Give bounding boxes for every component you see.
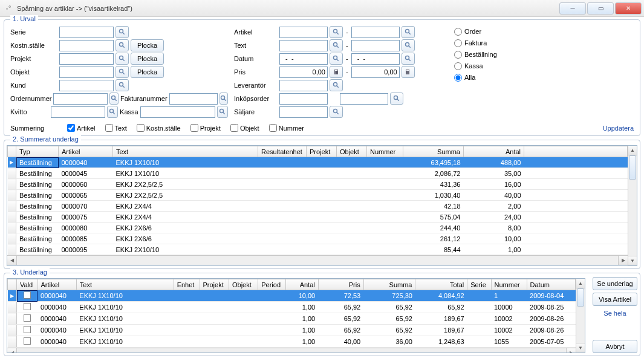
vald-checkbox[interactable] [17, 302, 38, 313]
se-underlag-button[interactable]: Se underlag [593, 277, 637, 290]
kostn-stalle-lookup-button[interactable] [115, 39, 129, 51]
pris-to-input[interactable] [351, 67, 400, 78]
vald-checkbox[interactable] [17, 336, 38, 348]
col-text[interactable]: Text [76, 279, 174, 290]
col-objekt[interactable]: Objekt [229, 279, 258, 290]
col-typ[interactable]: Typ [16, 146, 59, 157]
artikel-from-input[interactable] [279, 27, 328, 38]
pris-from-input[interactable] [279, 67, 328, 78]
scroll-up-icon[interactable]: ▲ [576, 279, 585, 288]
col-summa[interactable]: Summa [363, 279, 415, 290]
col-pris[interactable]: Pris [318, 279, 363, 290]
scroll-left-icon[interactable]: ◀ [7, 256, 17, 265]
v-scrollbar[interactable]: ▲ ▼ [628, 145, 637, 266]
scroll-right-icon[interactable]: ▶ [566, 348, 576, 353]
ordernummer-input[interactable] [53, 93, 108, 105]
underlag-table[interactable]: Vald Artikel Text Enhet Projekt Objekt P… [7, 279, 576, 348]
table-row[interactable]: ▶ Beställning 0000040 EKKJ 1X10/10 63,49… [8, 157, 628, 168]
table-row[interactable]: ▶ 0000040 EKKJ 1X10/10 10,00 72,53 725,3… [8, 290, 576, 302]
scroll-left-icon[interactable]: ◀ [7, 348, 17, 353]
close-button[interactable]: ✕ [615, 2, 642, 15]
col-text[interactable]: Text [113, 146, 258, 157]
leverantor-lookup-button[interactable] [330, 79, 343, 91]
summering-nummer-checkbox[interactable]: Nummer [269, 124, 304, 132]
saljare-input[interactable] [279, 106, 328, 118]
col-serie[interactable]: Serie [467, 279, 491, 290]
col-enhet[interactable]: Enhet [174, 279, 200, 290]
text-to-input[interactable] [351, 40, 400, 51]
col-summa[interactable]: Summa [403, 146, 464, 157]
artikel-to-lookup-button[interactable] [402, 26, 415, 38]
projekt-lookup-button[interactable] [115, 53, 129, 65]
col-artikel[interactable]: Artikel [37, 279, 76, 290]
vald-checkbox[interactable] [17, 290, 38, 302]
radio-order[interactable]: Order [454, 26, 634, 37]
radio-faktura[interactable]: Faktura [454, 37, 634, 48]
kund-lookup-button[interactable] [115, 79, 129, 91]
table-row[interactable]: 0000040 EKKJ 1X10/10 1,00 40,00 36,00 1,… [8, 336, 576, 348]
summering-kostn-stalle-checkbox[interactable]: Kostn.ställe [137, 124, 181, 132]
text-from-lookup-button[interactable] [330, 39, 343, 51]
kostn-stalle-plocka-button[interactable]: Plocka [131, 39, 164, 51]
table-row[interactable]: Beställning 0000060 EKKJ 2X2,5/2,5 431,3… [8, 179, 628, 190]
col-projekt[interactable]: Projekt [200, 279, 229, 290]
kvitto-lookup-button[interactable] [107, 106, 118, 118]
summering-projekt-checkbox[interactable]: Projekt [190, 124, 221, 132]
kostn-stalle-input[interactable] [59, 40, 114, 51]
inkopsorder-input-2[interactable] [340, 93, 388, 105]
col-nummer[interactable]: Nummer [491, 279, 527, 290]
datum-from-input[interactable] [279, 53, 328, 65]
serie-input[interactable] [59, 27, 114, 38]
projekt-plocka-button[interactable]: Plocka [131, 53, 164, 65]
leverantor-input[interactable] [279, 80, 328, 91]
col-resultatenhet[interactable]: Resultatenhet [258, 146, 307, 157]
vald-checkbox[interactable] [17, 325, 38, 336]
visa-artikel-button[interactable]: Visa Artikel [593, 293, 637, 306]
h-scrollbar[interactable]: ◀ ▶ [7, 255, 628, 265]
col-period[interactable]: Period [258, 279, 286, 290]
kund-input[interactable] [59, 80, 114, 91]
text-to-lookup-button[interactable] [402, 39, 415, 51]
vald-checkbox[interactable] [17, 313, 38, 325]
table-row[interactable]: Beställning 0000075 EKKJ 2X4/4 575,04 24… [8, 212, 628, 223]
scroll-down-icon[interactable]: ▼ [628, 256, 637, 265]
artikel-to-input[interactable] [351, 27, 400, 38]
col-antal[interactable]: Antal [286, 279, 319, 290]
pris-to-calc-button[interactable]: 🖩 [402, 66, 415, 78]
col-antal[interactable]: Antal [464, 146, 524, 157]
col-artikel[interactable]: Artikel [59, 146, 113, 157]
objekt-input[interactable] [59, 67, 114, 78]
summering-text-checkbox[interactable]: Text [105, 124, 127, 132]
v-scrollbar[interactable]: ▲ ▼ [576, 278, 585, 353]
summering-artikel-checkbox[interactable]: Artikel [67, 124, 96, 132]
summering-objekt-checkbox[interactable]: Objekt [230, 124, 259, 132]
table-row[interactable]: Beställning 0000080 EKKJ 2X6/6 244,40 8,… [8, 223, 628, 233]
avbryt-button[interactable]: Avbryt [593, 340, 637, 353]
col-nummer[interactable]: Nummer [367, 146, 403, 157]
inkopsorder-lookup-button[interactable] [390, 93, 403, 105]
ordernummer-lookup-button[interactable] [109, 93, 118, 105]
datum-to-input[interactable] [351, 53, 400, 65]
scrollbar-thumb[interactable] [629, 155, 636, 180]
datum-to-calendar-button[interactable] [402, 53, 415, 65]
col-vald[interactable]: Vald [17, 279, 38, 290]
radio-alla[interactable]: Alla [454, 72, 634, 83]
scroll-right-icon[interactable]: ▶ [618, 256, 628, 265]
fakturanummer-lookup-button[interactable] [220, 93, 228, 105]
table-row[interactable]: Beställning 0000085 EKKJ 2X6/6 261,12 10… [8, 233, 628, 244]
table-row[interactable]: 0000040 EKKJ 1X10/10 1,00 65,92 65,92 18… [8, 325, 576, 336]
serie-lookup-button[interactable] [115, 26, 129, 38]
radio-kassa[interactable]: Kassa [454, 60, 634, 71]
col-datum[interactable]: Datum [527, 279, 575, 290]
pris-from-calc-button[interactable]: 🖩 [330, 66, 343, 78]
col-projekt[interactable]: Projekt [307, 146, 337, 157]
radio-bestallning[interactable]: Beställning [454, 49, 634, 60]
projekt-input[interactable] [59, 53, 114, 65]
summerat-table[interactable]: Typ Artikel Text Resultatenhet Projekt O… [7, 146, 628, 255]
table-row[interactable]: 0000040 EKKJ 1X10/10 1,00 65,92 65,92 65… [8, 302, 576, 313]
scroll-down-icon[interactable]: ▼ [576, 343, 585, 353]
text-from-input[interactable] [279, 40, 328, 51]
se-hela-link[interactable]: Se hela [593, 308, 637, 317]
fakturanummer-input[interactable] [169, 93, 218, 105]
uppdatera-link[interactable]: Uppdatera [603, 125, 634, 132]
